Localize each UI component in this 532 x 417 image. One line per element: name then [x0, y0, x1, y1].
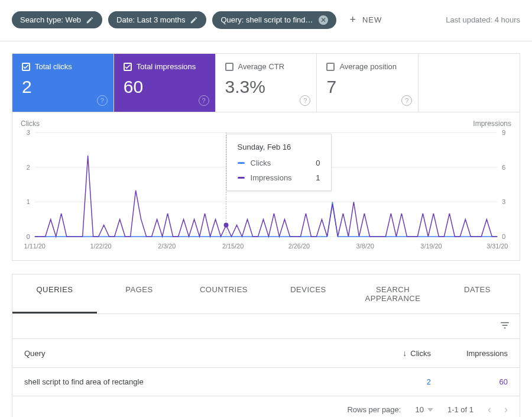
tooltip-clicks-label: Clicks: [251, 159, 310, 167]
close-icon[interactable]: ✕: [319, 15, 328, 25]
tooltip-clicks-value: 0: [316, 159, 320, 167]
svg-text:2/26/20: 2/26/20: [288, 243, 310, 250]
svg-text:3/31/20: 3/31/20: [486, 243, 508, 250]
chip-label: Search type: Web: [20, 15, 81, 24]
rows-per-page-select[interactable]: 10: [415, 405, 433, 414]
checkbox-unchecked-icon: [326, 63, 335, 71]
metric-card-total-clicks[interactable]: Total clicks 2 ?: [12, 54, 114, 112]
svg-text:0: 0: [27, 233, 30, 240]
svg-text:3: 3: [502, 198, 505, 205]
svg-point-21: [224, 222, 229, 227]
prev-page-button[interactable]: ‹: [488, 403, 491, 416]
checkbox-checked-icon: [22, 63, 30, 71]
help-icon[interactable]: ?: [97, 95, 108, 106]
filter-chip-search-type[interactable]: Search type: Web: [12, 11, 102, 28]
cell-clicks: 2: [366, 377, 431, 386]
tooltip-impressions-value: 1: [316, 173, 320, 182]
page-range: 1-1 of 1: [447, 405, 473, 414]
svg-text:3/8/20: 3/8/20: [356, 243, 374, 250]
new-filter-button[interactable]: + NEW: [342, 9, 389, 30]
svg-text:1/11/20: 1/11/20: [24, 243, 46, 250]
chart-area[interactable]: Clicks Impressions 001326391/11/201/22/2…: [12, 112, 520, 261]
filter-icon[interactable]: [499, 320, 510, 332]
svg-text:3/19/20: 3/19/20: [420, 243, 442, 250]
tab-queries[interactable]: QUERIES: [12, 274, 97, 313]
checkbox-checked-icon: [124, 63, 132, 71]
metric-card-spacer: [419, 54, 520, 112]
cell-query: shell script to find area of rectangle: [24, 377, 366, 386]
metric-label: Average position: [339, 62, 397, 71]
filter-chip-query[interactable]: Query: shell script to find area of … ✕: [212, 11, 336, 29]
help-icon[interactable]: ?: [401, 95, 412, 106]
help-icon[interactable]: ?: [300, 95, 310, 106]
tooltip-date: Sunday, Feb 16: [238, 143, 320, 151]
cell-impressions: 60: [431, 377, 508, 386]
metric-value: 2: [22, 77, 105, 97]
left-axis-label: Clicks: [21, 119, 40, 128]
metric-value: 7: [326, 77, 410, 97]
metric-label: Total impressions: [137, 62, 196, 71]
chip-label: Query: shell script to find area of …: [220, 15, 314, 24]
svg-text:1: 1: [27, 198, 30, 205]
plus-icon: +: [349, 14, 356, 26]
tab-countries[interactable]: COUNTRIES: [181, 274, 266, 313]
metric-card-average-position[interactable]: Average position 7 ?: [317, 54, 419, 112]
help-icon[interactable]: ?: [199, 95, 209, 106]
table-body: shell script to find area of rectangle26…: [12, 368, 520, 396]
header-clicks[interactable]: ↓ Clicks: [366, 348, 431, 358]
filter-bar: Search type: Web Date: Last 3 months Que…: [0, 0, 532, 41]
tab-devices[interactable]: DEVICES: [266, 274, 351, 313]
legend-impressions-icon: [238, 177, 245, 179]
checkbox-unchecked-icon: [225, 63, 233, 71]
table-header-row: Query ↓ Clicks Impressions: [12, 339, 520, 368]
metric-value: 3.3%: [225, 77, 309, 97]
edit-icon: [190, 16, 198, 24]
header-impressions[interactable]: Impressions: [431, 349, 508, 358]
pagination: Rows per page: 10 1-1 of 1 ‹ ›: [12, 396, 520, 417]
chart-tooltip: Sunday, Feb 16 Clicks 0 Impressions 1: [226, 134, 332, 191]
data-table-section: QUERIESPAGESCOUNTRIESDEVICESSEARCH APPEA…: [12, 274, 520, 417]
metric-label: Average CTR: [238, 62, 285, 71]
metric-card-average-ctr[interactable]: Average CTR 3.3% ?: [216, 54, 317, 112]
rows-per-page-label: Rows per page:: [347, 405, 401, 414]
svg-text:3: 3: [27, 129, 30, 136]
chip-label: Date: Last 3 months: [116, 15, 185, 24]
svg-text:1/22/20: 1/22/20: [90, 243, 111, 250]
header-query[interactable]: Query: [24, 349, 366, 358]
chevron-down-icon: [427, 408, 433, 412]
metric-value: 60: [124, 77, 207, 97]
svg-text:9: 9: [502, 129, 505, 136]
svg-text:2: 2: [27, 164, 30, 171]
last-updated-text: Last updated: 4 hours: [446, 15, 520, 24]
tab-search-appearance[interactable]: SEARCH APPEARANCE: [351, 274, 435, 313]
svg-text:2/15/20: 2/15/20: [222, 243, 244, 250]
filter-chip-date[interactable]: Date: Last 3 months: [108, 11, 206, 28]
next-page-button[interactable]: ›: [504, 403, 508, 416]
svg-text:0: 0: [502, 233, 505, 240]
metric-card-total-impressions[interactable]: Total impressions 60 ?: [114, 54, 216, 112]
legend-clicks-icon: [238, 162, 245, 164]
filter-chips: Search type: Web Date: Last 3 months Que…: [12, 9, 446, 30]
tooltip-impressions-label: Impressions: [251, 173, 310, 182]
edit-icon: [86, 16, 94, 24]
sort-descending-icon: ↓: [403, 348, 407, 358]
tab-pages[interactable]: PAGES: [97, 274, 181, 313]
right-axis-label: Impressions: [473, 119, 511, 128]
new-label: NEW: [362, 15, 382, 24]
svg-text:6: 6: [502, 164, 505, 171]
metric-cards: Total clicks 2 ? Total impressions 60 ? …: [12, 53, 520, 112]
table-tabs: QUERIESPAGESCOUNTRIESDEVICESSEARCH APPEA…: [12, 274, 520, 314]
table-row[interactable]: shell script to find area of rectangle26…: [12, 368, 520, 396]
metric-label: Total clicks: [35, 62, 72, 71]
svg-text:2/3/20: 2/3/20: [158, 243, 176, 250]
tab-dates[interactable]: DATES: [435, 274, 520, 313]
